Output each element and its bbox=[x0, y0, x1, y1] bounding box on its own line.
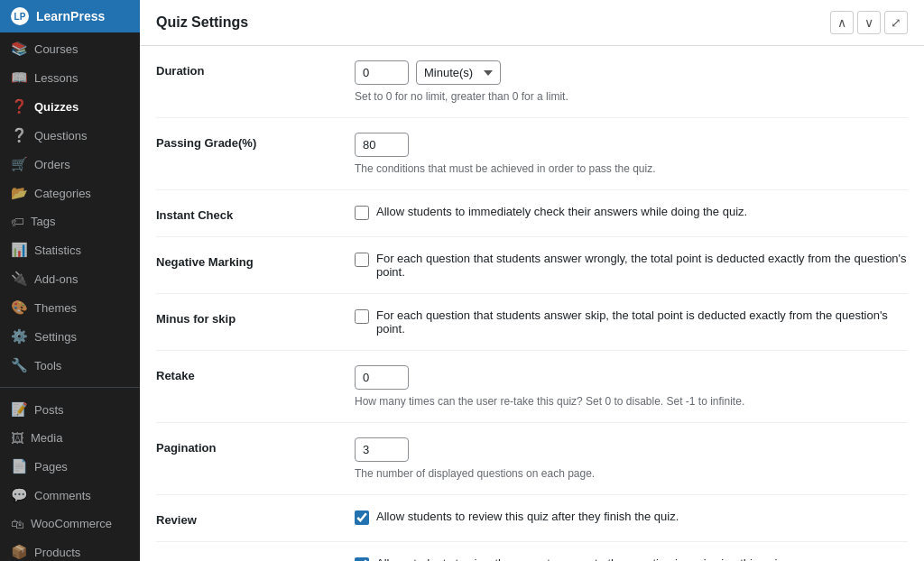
brand-name: LearnPress bbox=[36, 9, 105, 23]
setting-description-pagination: The number of displayed questions on eac… bbox=[355, 467, 908, 480]
setting-label-duration: Duration bbox=[156, 60, 355, 78]
add-ons-icon: 🔌 bbox=[11, 271, 28, 287]
collapse-down-button[interactable]: ∨ bbox=[857, 11, 881, 34]
checkbox-minus-for-skip[interactable] bbox=[355, 309, 369, 324]
categories-icon: 📂 bbox=[11, 185, 28, 201]
sidebar-item-products[interactable]: 📦Products bbox=[0, 538, 140, 561]
sidebar-label-comments: Comments bbox=[34, 489, 91, 502]
sidebar-item-add-ons[interactable]: 🔌Add-ons bbox=[0, 264, 140, 293]
setting-row-show-correct-answer: Show the correct answerAllow students to… bbox=[156, 542, 908, 561]
learnpress-nav-group: 📚Courses📖Lessons❓Quizzes❔Questions🛒Order… bbox=[0, 32, 140, 382]
sidebar-item-woocommerce[interactable]: 🛍WooCommerce bbox=[0, 510, 140, 538]
checkbox-row-negative-marking: For each question that students answer w… bbox=[355, 252, 908, 279]
checkbox-row-instant-check: Allow students to immediately check thei… bbox=[355, 205, 908, 220]
setting-label-review: Review bbox=[156, 510, 355, 527]
sidebar-label-add-ons: Add-ons bbox=[34, 272, 78, 286]
settings-form: DurationMinute(s)Hour(s)Second(s)Set to … bbox=[140, 46, 924, 561]
checkbox-instant-check[interactable] bbox=[355, 206, 369, 220]
page-title: Quiz Settings bbox=[156, 14, 248, 31]
select-unit-duration[interactable]: Minute(s)Hour(s)Second(s) bbox=[416, 60, 501, 85]
tags-icon: 🏷 bbox=[11, 214, 24, 229]
sidebar-label-products: Products bbox=[34, 546, 80, 559]
setting-control-instant-check: Allow students to immediately check thei… bbox=[355, 205, 908, 220]
input-duration[interactable] bbox=[355, 60, 409, 85]
sidebar-item-tools[interactable]: 🔧Tools bbox=[0, 351, 140, 380]
sidebar-item-settings[interactable]: ⚙️Settings bbox=[0, 322, 140, 351]
sidebar-item-categories[interactable]: 📂Categories bbox=[0, 179, 140, 207]
comments-icon: 💬 bbox=[11, 487, 28, 503]
brand-logo: LP bbox=[11, 7, 29, 25]
setting-description-passing-grade: The conditions that must be achieved in … bbox=[355, 162, 908, 175]
sidebar-label-tags: Tags bbox=[31, 215, 55, 228]
input-retake[interactable] bbox=[355, 365, 409, 390]
setting-row-pagination: PaginationThe number of displayed questi… bbox=[156, 423, 908, 495]
checkbox-row-minus-for-skip: For each question that students answer s… bbox=[355, 308, 908, 336]
checkbox-negative-marking[interactable] bbox=[355, 253, 369, 267]
checkbox-show-correct-answer[interactable] bbox=[355, 557, 369, 561]
header-controls: ∧ ∨ ⤢ bbox=[830, 11, 908, 34]
sidebar-item-tags[interactable]: 🏷Tags bbox=[0, 207, 140, 235]
products-icon: 📦 bbox=[11, 544, 28, 560]
wp-nav-group: 📝Posts🖼Media📄Pages💬Comments🛍WooCommerce📦… bbox=[0, 393, 140, 561]
sidebar-label-quizzes: Quizzes bbox=[34, 100, 79, 114]
setting-row-retake: RetakeHow many times can the user re-tak… bbox=[156, 351, 908, 423]
sidebar-label-settings: Settings bbox=[34, 330, 77, 344]
sidebar-label-statistics: Statistics bbox=[34, 244, 81, 257]
setting-control-duration: Minute(s)Hour(s)Second(s)Set to 0 for no… bbox=[355, 60, 908, 103]
woocommerce-icon: 🛍 bbox=[11, 516, 24, 531]
settings-icon: ⚙️ bbox=[11, 328, 28, 345]
sidebar-label-pages: Pages bbox=[34, 460, 68, 474]
setting-label-passing-grade: Passing Grade(%) bbox=[156, 133, 355, 150]
sidebar-label-lessons: Lessons bbox=[34, 71, 78, 85]
setting-description-duration: Set to 0 for no limit, greater than 0 fo… bbox=[355, 90, 908, 103]
sidebar-item-questions[interactable]: ❔Questions bbox=[0, 121, 140, 150]
collapse-up-button[interactable]: ∧ bbox=[830, 11, 854, 34]
setting-label-pagination: Pagination bbox=[156, 437, 355, 455]
setting-label-negative-marking: Negative Marking bbox=[156, 252, 355, 269]
setting-label-instant-check: Instant Check bbox=[156, 205, 355, 222]
sidebar-item-themes[interactable]: 🎨Themes bbox=[0, 293, 140, 322]
checkbox-review[interactable] bbox=[355, 510, 369, 525]
sidebar-item-statistics[interactable]: 📊Statistics bbox=[0, 235, 140, 264]
lessons-icon: 📖 bbox=[11, 69, 28, 86]
sidebar-label-tools: Tools bbox=[34, 359, 61, 372]
main-content: Quiz Settings ∧ ∨ ⤢ DurationMinute(s)Hou… bbox=[140, 0, 924, 561]
questions-icon: ❔ bbox=[11, 127, 28, 143]
sidebar-label-courses: Courses bbox=[34, 42, 78, 56]
setting-control-passing-grade: The conditions that must be achieved in … bbox=[355, 133, 908, 175]
content-header: Quiz Settings ∧ ∨ ⤢ bbox=[140, 0, 924, 46]
sidebar-item-posts[interactable]: 📝Posts bbox=[0, 395, 140, 424]
setting-description-retake: How many times can the user re-take this… bbox=[355, 395, 908, 408]
tools-icon: 🔧 bbox=[11, 357, 28, 373]
expand-button[interactable]: ⤢ bbox=[884, 11, 908, 34]
setting-control-review: Allow students to review this quiz after… bbox=[355, 510, 908, 525]
sidebar-item-comments[interactable]: 💬Comments bbox=[0, 481, 140, 510]
statistics-icon: 📊 bbox=[11, 242, 28, 258]
sidebar-item-media[interactable]: 🖼Media bbox=[0, 424, 140, 452]
sidebar-label-orders: Orders bbox=[34, 158, 70, 171]
checkbox-label-minus-for-skip: For each question that students answer s… bbox=[376, 308, 908, 336]
sidebar-label-questions: Questions bbox=[34, 129, 88, 143]
setting-label-retake: Retake bbox=[156, 365, 355, 382]
input-pagination[interactable] bbox=[355, 437, 409, 462]
checkbox-label-instant-check: Allow students to immediately check thei… bbox=[376, 205, 747, 218]
sidebar-label-themes: Themes bbox=[34, 301, 77, 315]
setting-control-minus-for-skip: For each question that students answer s… bbox=[355, 308, 908, 336]
setting-control-retake: How many times can the user re-take this… bbox=[355, 365, 908, 408]
sidebar-label-categories: Categories bbox=[34, 187, 91, 200]
setting-control-pagination: The number of displayed questions on eac… bbox=[355, 437, 908, 480]
input-passing-grade[interactable] bbox=[355, 133, 409, 157]
sidebar-label-media: Media bbox=[31, 431, 62, 445]
setting-row-duration: DurationMinute(s)Hour(s)Second(s)Set to … bbox=[156, 46, 908, 118]
sidebar-item-quizzes[interactable]: ❓Quizzes bbox=[0, 92, 140, 121]
checkbox-label-show-correct-answer: Allow students to view the correct answe… bbox=[376, 556, 787, 561]
sidebar-item-pages[interactable]: 📄Pages bbox=[0, 452, 140, 481]
courses-icon: 📚 bbox=[11, 41, 28, 57]
sidebar-item-lessons[interactable]: 📖Lessons bbox=[0, 63, 140, 92]
sidebar-item-courses[interactable]: 📚Courses bbox=[0, 34, 140, 63]
checkbox-label-negative-marking: For each question that students answer w… bbox=[376, 252, 908, 279]
sidebar-header[interactable]: LP LearnPress bbox=[0, 0, 140, 32]
sidebar-item-orders[interactable]: 🛒Orders bbox=[0, 150, 140, 179]
media-icon: 🖼 bbox=[11, 430, 24, 446]
setting-row-instant-check: Instant CheckAllow students to immediate… bbox=[156, 190, 908, 237]
